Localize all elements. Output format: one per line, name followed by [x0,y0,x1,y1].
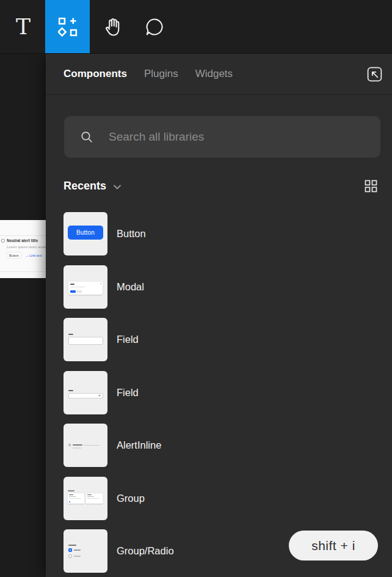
component-label: Field [117,334,139,345]
list-item-alertinline[interactable]: AlertInline [64,424,392,467]
hand-tool-button[interactable] [96,0,129,53]
thumbnail-field-select [64,371,107,414]
component-list: Button Button Modal Fiel [64,212,392,577]
alert-info-icon [1,239,5,243]
hand-icon [102,16,124,38]
search-icon [79,130,94,144]
assets-panel: Components Plugins Widgets Recents [46,54,392,577]
shortcut-hint-pill: shift + i [289,531,378,560]
component-label: Group [117,493,145,504]
canvas-area: Neutral alert title Lorem ipsum dolor am… [0,54,46,577]
thumbnail-group [64,477,107,520]
mock-modal [68,282,103,295]
thumbnail-modal [64,265,107,309]
comment-icon [144,17,165,37]
list-item-field-select[interactable]: Field [64,371,392,414]
back-to-instance-button[interactable] [366,65,383,83]
alert-link: → Link text [25,254,42,257]
panel-tabbar: Components Plugins Widgets [46,54,392,95]
alert-body: Lorem ipsum dolor amet conse [7,245,46,249]
thumbnail-group-radio [64,529,107,573]
preview-divider-top [0,235,46,236]
component-label: Group/Radio [117,545,174,557]
thumbnail-button: Button [64,212,107,255]
list-item-button[interactable]: Button Button [64,212,392,255]
mock-button: Button [68,226,103,240]
text-tool-button[interactable]: T [10,0,37,53]
grid-view-icon[interactable] [365,180,377,193]
thumbnail-field [64,318,107,361]
assets-tool-button[interactable] [45,0,90,53]
component-label: Button [117,228,146,240]
list-item-modal[interactable]: Modal [64,265,392,309]
search-box[interactable] [64,116,380,158]
preview-divider-bottom [0,271,46,272]
comment-tool-button[interactable] [138,0,171,53]
text-tool-icon: T [16,16,31,38]
tab-widgets[interactable]: Widgets [195,68,233,80]
recents-label[interactable]: Recents [64,180,106,193]
component-label: Modal [117,281,144,293]
tab-components[interactable]: Components [64,68,127,80]
shortcut-label: shift + i [311,538,355,553]
toolbar: T [0,0,392,54]
chevron-down-icon[interactable] [113,184,122,190]
assets-icon [58,17,78,37]
list-item-field[interactable]: Field [64,318,392,361]
thumbnail-alertinline [64,424,107,467]
alert-title: Neutral alert title [7,238,46,243]
alert-button: Button [7,252,21,259]
component-label: Field [117,387,139,399]
canvas-alert-preview: Neutral alert title Lorem ipsum dolor am… [0,220,46,278]
arrow-up-left-box-icon [366,65,383,83]
tab-plugins[interactable]: Plugins [144,68,178,80]
search-input[interactable] [109,130,369,144]
list-item-group[interactable]: Group [64,477,392,520]
component-label: AlertInline [117,439,161,451]
recents-header: Recents [64,176,377,196]
